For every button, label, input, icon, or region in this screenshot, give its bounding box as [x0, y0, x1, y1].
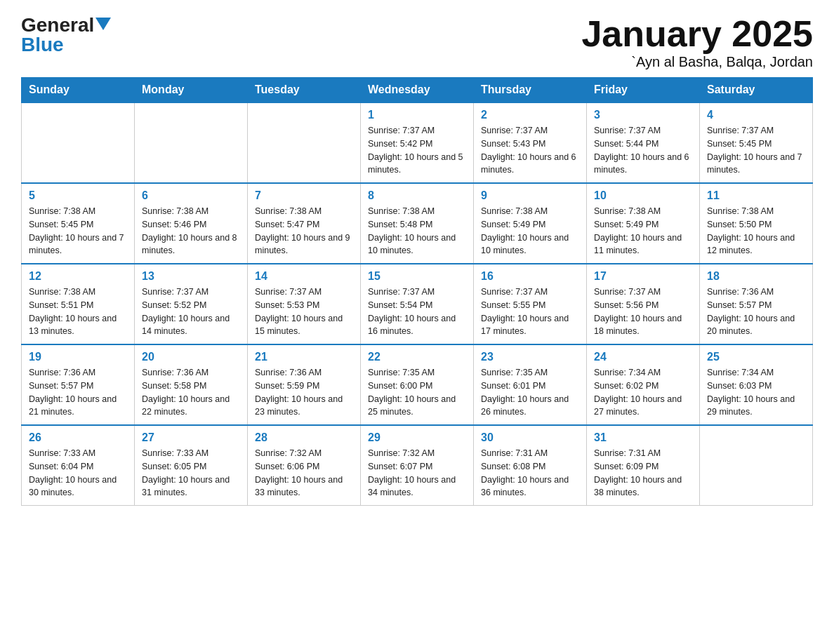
title-area: January 2025 `Ayn al Basha, Balqa, Jorda… — [581, 14, 813, 70]
day-number: 1 — [368, 109, 466, 121]
calendar-cell: 20Sunrise: 7:36 AM Sunset: 5:58 PM Dayli… — [135, 344, 248, 425]
day-info: Sunrise: 7:38 AM Sunset: 5:51 PM Dayligh… — [29, 286, 127, 338]
day-header-sunday: Sunday — [22, 78, 135, 103]
day-info: Sunrise: 7:36 AM Sunset: 5:57 PM Dayligh… — [707, 286, 805, 338]
day-info: Sunrise: 7:35 AM Sunset: 6:01 PM Dayligh… — [481, 366, 579, 419]
calendar-cell: 30Sunrise: 7:31 AM Sunset: 6:08 PM Dayli… — [474, 425, 587, 506]
day-number: 30 — [481, 431, 579, 444]
week-row-2: 5Sunrise: 7:38 AM Sunset: 5:45 PM Daylig… — [22, 183, 813, 264]
day-header-saturday: Saturday — [700, 78, 813, 103]
day-number: 10 — [594, 189, 692, 202]
day-number: 18 — [707, 270, 805, 283]
calendar-cell: 21Sunrise: 7:36 AM Sunset: 5:59 PM Dayli… — [248, 344, 361, 425]
calendar-cell: 17Sunrise: 7:37 AM Sunset: 5:56 PM Dayli… — [587, 264, 700, 344]
day-number: 16 — [481, 270, 579, 283]
calendar-cell: 8Sunrise: 7:38 AM Sunset: 5:48 PM Daylig… — [361, 183, 474, 264]
day-number: 26 — [29, 431, 127, 444]
calendar-cell: 7Sunrise: 7:38 AM Sunset: 5:47 PM Daylig… — [248, 183, 361, 264]
day-info: Sunrise: 7:33 AM Sunset: 6:05 PM Dayligh… — [142, 447, 240, 499]
calendar-cell: 15Sunrise: 7:37 AM Sunset: 5:54 PM Dayli… — [361, 264, 474, 344]
week-row-4: 19Sunrise: 7:36 AM Sunset: 5:57 PM Dayli… — [22, 344, 813, 425]
day-number: 2 — [481, 109, 579, 121]
calendar-cell: 3Sunrise: 7:37 AM Sunset: 5:44 PM Daylig… — [587, 102, 700, 183]
day-number: 8 — [368, 189, 466, 202]
day-number: 24 — [594, 351, 692, 363]
day-number: 9 — [481, 189, 579, 202]
days-of-week-row: SundayMondayTuesdayWednesdayThursdayFrid… — [22, 78, 813, 103]
day-info: Sunrise: 7:37 AM Sunset: 5:45 PM Dayligh… — [707, 124, 805, 177]
calendar-cell: 12Sunrise: 7:38 AM Sunset: 5:51 PM Dayli… — [22, 264, 135, 344]
calendar-cell — [135, 102, 248, 183]
day-number: 17 — [594, 270, 692, 283]
calendar-cell: 11Sunrise: 7:38 AM Sunset: 5:50 PM Dayli… — [700, 183, 813, 264]
week-row-3: 12Sunrise: 7:38 AM Sunset: 5:51 PM Dayli… — [22, 264, 813, 344]
day-info: Sunrise: 7:36 AM Sunset: 5:58 PM Dayligh… — [142, 366, 240, 419]
day-header-monday: Monday — [135, 78, 248, 103]
calendar-cell: 10Sunrise: 7:38 AM Sunset: 5:49 PM Dayli… — [587, 183, 700, 264]
calendar-body: 1Sunrise: 7:37 AM Sunset: 5:42 PM Daylig… — [22, 102, 813, 506]
day-number: 6 — [142, 189, 240, 202]
day-info: Sunrise: 7:31 AM Sunset: 6:08 PM Dayligh… — [481, 447, 579, 499]
day-number: 29 — [368, 431, 466, 444]
calendar-cell: 27Sunrise: 7:33 AM Sunset: 6:05 PM Dayli… — [135, 425, 248, 506]
day-number: 19 — [29, 351, 127, 363]
day-number: 22 — [368, 351, 466, 363]
day-number: 12 — [29, 270, 127, 283]
day-number: 5 — [29, 189, 127, 202]
svg-marker-0 — [95, 18, 111, 30]
calendar-cell — [700, 425, 813, 506]
day-header-tuesday: Tuesday — [248, 78, 361, 103]
day-info: Sunrise: 7:37 AM Sunset: 5:43 PM Dayligh… — [481, 124, 579, 177]
calendar-cell: 9Sunrise: 7:38 AM Sunset: 5:49 PM Daylig… — [474, 183, 587, 264]
day-number: 15 — [368, 270, 466, 283]
page-header: General Blue January 2025 `Ayn al Basha,… — [21, 14, 813, 70]
day-info: Sunrise: 7:36 AM Sunset: 5:59 PM Dayligh… — [255, 366, 353, 419]
location-text: `Ayn al Basha, Balqa, Jordan — [581, 54, 813, 70]
day-info: Sunrise: 7:37 AM Sunset: 5:55 PM Dayligh… — [481, 286, 579, 338]
week-row-1: 1Sunrise: 7:37 AM Sunset: 5:42 PM Daylig… — [22, 102, 813, 183]
calendar-cell: 24Sunrise: 7:34 AM Sunset: 6:02 PM Dayli… — [587, 344, 700, 425]
day-header-thursday: Thursday — [474, 78, 587, 103]
calendar-cell: 13Sunrise: 7:37 AM Sunset: 5:52 PM Dayli… — [135, 264, 248, 344]
calendar-cell — [248, 102, 361, 183]
day-number: 31 — [594, 431, 692, 444]
day-header-friday: Friday — [587, 78, 700, 103]
day-info: Sunrise: 7:38 AM Sunset: 5:48 PM Dayligh… — [368, 205, 466, 257]
day-info: Sunrise: 7:38 AM Sunset: 5:50 PM Dayligh… — [707, 205, 805, 257]
calendar-cell: 5Sunrise: 7:38 AM Sunset: 5:45 PM Daylig… — [22, 183, 135, 264]
day-number: 20 — [142, 351, 240, 363]
calendar-cell: 29Sunrise: 7:32 AM Sunset: 6:07 PM Dayli… — [361, 425, 474, 506]
day-number: 27 — [142, 431, 240, 444]
logo: General Blue — [21, 14, 111, 56]
day-number: 23 — [481, 351, 579, 363]
logo-blue-text: Blue — [21, 34, 64, 56]
day-number: 25 — [707, 351, 805, 363]
week-row-5: 26Sunrise: 7:33 AM Sunset: 6:04 PM Dayli… — [22, 425, 813, 506]
calendar-cell: 2Sunrise: 7:37 AM Sunset: 5:43 PM Daylig… — [474, 102, 587, 183]
day-number: 11 — [707, 189, 805, 202]
calendar-cell: 6Sunrise: 7:38 AM Sunset: 5:46 PM Daylig… — [135, 183, 248, 264]
calendar-cell: 25Sunrise: 7:34 AM Sunset: 6:03 PM Dayli… — [700, 344, 813, 425]
day-info: Sunrise: 7:34 AM Sunset: 6:02 PM Dayligh… — [594, 366, 692, 419]
day-info: Sunrise: 7:36 AM Sunset: 5:57 PM Dayligh… — [29, 366, 127, 419]
calendar-cell: 28Sunrise: 7:32 AM Sunset: 6:06 PM Dayli… — [248, 425, 361, 506]
calendar-cell: 14Sunrise: 7:37 AM Sunset: 5:53 PM Dayli… — [248, 264, 361, 344]
day-info: Sunrise: 7:38 AM Sunset: 5:46 PM Dayligh… — [142, 205, 240, 257]
day-info: Sunrise: 7:32 AM Sunset: 6:06 PM Dayligh… — [255, 447, 353, 499]
calendar-cell: 16Sunrise: 7:37 AM Sunset: 5:55 PM Dayli… — [474, 264, 587, 344]
calendar-cell: 18Sunrise: 7:36 AM Sunset: 5:57 PM Dayli… — [700, 264, 813, 344]
day-number: 3 — [594, 109, 692, 121]
calendar-cell — [22, 102, 135, 183]
logo-triangle-icon — [95, 18, 111, 33]
day-number: 14 — [255, 270, 353, 283]
day-info: Sunrise: 7:37 AM Sunset: 5:42 PM Dayligh… — [368, 124, 466, 177]
day-info: Sunrise: 7:32 AM Sunset: 6:07 PM Dayligh… — [368, 447, 466, 499]
day-info: Sunrise: 7:31 AM Sunset: 6:09 PM Dayligh… — [594, 447, 692, 499]
day-info: Sunrise: 7:37 AM Sunset: 5:53 PM Dayligh… — [255, 286, 353, 338]
calendar-table: SundayMondayTuesdayWednesdayThursdayFrid… — [21, 77, 813, 506]
day-number: 21 — [255, 351, 353, 363]
day-info: Sunrise: 7:38 AM Sunset: 5:45 PM Dayligh… — [29, 205, 127, 257]
day-info: Sunrise: 7:33 AM Sunset: 6:04 PM Dayligh… — [29, 447, 127, 499]
day-info: Sunrise: 7:38 AM Sunset: 5:47 PM Dayligh… — [255, 205, 353, 257]
day-header-wednesday: Wednesday — [361, 78, 474, 103]
